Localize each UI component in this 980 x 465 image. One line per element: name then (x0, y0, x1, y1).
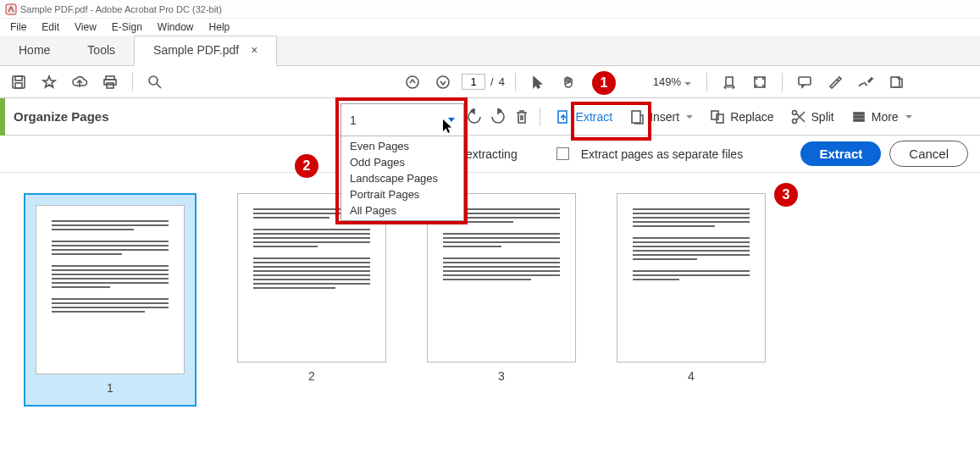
tab-document-label: Sample PDF.pdf (153, 43, 239, 57)
fit-width-icon[interactable] (717, 70, 741, 94)
svg-point-7 (149, 76, 158, 85)
replace-label: Replace (730, 110, 773, 124)
menu-help[interactable]: Help (202, 19, 237, 35)
page-current-input[interactable] (462, 74, 485, 90)
svg-rect-3 (15, 83, 22, 88)
chevron-down-icon (686, 115, 693, 119)
tab-tools[interactable]: Tools (69, 36, 134, 65)
thumbnail-4[interactable]: 4 (617, 193, 766, 383)
thumbnail-3[interactable]: 3 (427, 193, 576, 383)
star-icon[interactable] (37, 70, 61, 94)
split-label: Split (811, 110, 834, 124)
menu-file[interactable]: File (3, 19, 33, 35)
page-range-dropdown[interactable]: 1 Even Pages Odd Pages Landscape Pages P… (341, 103, 464, 221)
save-icon[interactable] (7, 70, 30, 94)
highlight-icon[interactable] (823, 70, 847, 94)
replace-tool[interactable]: Replace (703, 104, 778, 130)
extract-button[interactable]: Extract (800, 141, 881, 166)
dropdown-list: Even Pages Odd Pages Landscape Pages Por… (341, 136, 463, 220)
rotate-right-icon[interactable] (489, 108, 507, 126)
page-total: 4 (499, 75, 505, 88)
sign-icon[interactable] (854, 70, 878, 94)
separate-files-checkbox[interactable] (556, 147, 569, 160)
dropdown-option-even[interactable]: Even Pages (341, 138, 463, 154)
thumbnail-page (617, 193, 766, 363)
page-thumbnails: 1 2 3 4 (0, 173, 980, 427)
separator (132, 73, 133, 91)
hand-icon[interactable] (556, 70, 580, 94)
svg-rect-21 (854, 113, 864, 114)
extract-tool[interactable]: Extract (549, 104, 618, 130)
dropdown-option-all[interactable]: All Pages (341, 202, 463, 219)
organize-pages-bar: Organize Pages Extract Insert Replace Sp… (0, 98, 980, 136)
svg-rect-22 (854, 116, 864, 118)
svg-rect-5 (104, 80, 116, 85)
search-icon[interactable] (143, 70, 167, 94)
svg-rect-11 (726, 77, 733, 86)
thumbnail-number: 2 (308, 369, 315, 383)
dropdown-option-odd[interactable]: Odd Pages (341, 154, 463, 170)
print-icon[interactable] (98, 70, 122, 94)
trash-icon[interactable] (512, 108, 531, 126)
insert-icon (628, 108, 646, 126)
insert-tool[interactable]: Insert (623, 104, 698, 130)
scissors-icon (789, 108, 808, 126)
close-tab-icon[interactable]: × (251, 43, 257, 57)
menu-edit[interactable]: Edit (35, 19, 66, 35)
replace-icon (708, 108, 727, 126)
comment-icon[interactable] (793, 70, 817, 94)
svg-point-8 (407, 76, 418, 88)
more-label: More (872, 110, 899, 124)
separate-files-label: Extract pages as separate files (581, 147, 743, 161)
split-tool[interactable]: Split (784, 104, 839, 130)
pointer-icon[interactable] (526, 70, 550, 94)
more-tools-icon[interactable] (884, 70, 908, 94)
svg-rect-2 (15, 76, 22, 80)
page-sep: / (490, 75, 494, 88)
zoom-in-icon[interactable] (617, 70, 641, 94)
svg-point-9 (437, 76, 449, 88)
insert-label: Insert (650, 110, 679, 124)
cancel-button[interactable]: Cancel (889, 141, 968, 167)
extract-icon (554, 108, 573, 126)
chevron-down-icon (905, 115, 912, 119)
separator (515, 73, 516, 91)
cloud-icon[interactable] (68, 70, 91, 94)
separator (782, 73, 783, 91)
menu-esign[interactable]: E-Sign (105, 19, 149, 35)
zoom-level[interactable]: 149% (648, 75, 696, 88)
thumbnail-2[interactable]: 2 (237, 193, 386, 383)
opt-delete-after-extract-fragment: extracting (466, 147, 518, 161)
app-icon (5, 3, 17, 15)
menu-view[interactable]: View (68, 19, 103, 35)
more-tool[interactable]: More (844, 104, 917, 130)
menu-window[interactable]: Window (151, 19, 201, 35)
organize-tools: Extract Insert Replace Split More (465, 104, 917, 130)
accent-stripe (0, 98, 5, 136)
annotation-badge-2: 2 (295, 154, 318, 178)
fit-page-icon[interactable] (748, 70, 772, 94)
page-down-icon[interactable] (431, 70, 455, 94)
separator (540, 108, 540, 126)
dropdown-option-portrait[interactable]: Portrait Pages (341, 186, 463, 202)
svg-rect-23 (854, 119, 864, 121)
dropdown-value: 1 (350, 113, 357, 127)
thumbnail-number: 3 (498, 369, 505, 383)
chevron-down-icon (684, 82, 691, 86)
window-title: Sample PDF.pdf - Adobe Acrobat Pro DC (3… (20, 4, 222, 14)
more-icon (850, 108, 868, 126)
window-titlebar: Sample PDF.pdf - Adobe Acrobat Pro DC (3… (0, 0, 980, 19)
page-up-icon[interactable] (401, 70, 424, 94)
chevron-down-icon (448, 118, 455, 122)
tab-document[interactable]: Sample PDF.pdf × (134, 36, 277, 66)
menubar: File Edit View E-Sign Window Help (0, 19, 980, 36)
separator (706, 73, 707, 91)
svg-rect-6 (107, 83, 114, 88)
tab-home[interactable]: Home (0, 36, 69, 65)
thumbnail-page (36, 205, 185, 374)
thumbnail-1[interactable]: 1 (24, 193, 197, 407)
rotate-left-icon[interactable] (465, 108, 484, 126)
dropdown-selected[interactable]: 1 (341, 104, 463, 136)
organize-pages-title: Organize Pages (14, 109, 109, 124)
dropdown-option-landscape[interactable]: Landscape Pages (341, 170, 463, 186)
